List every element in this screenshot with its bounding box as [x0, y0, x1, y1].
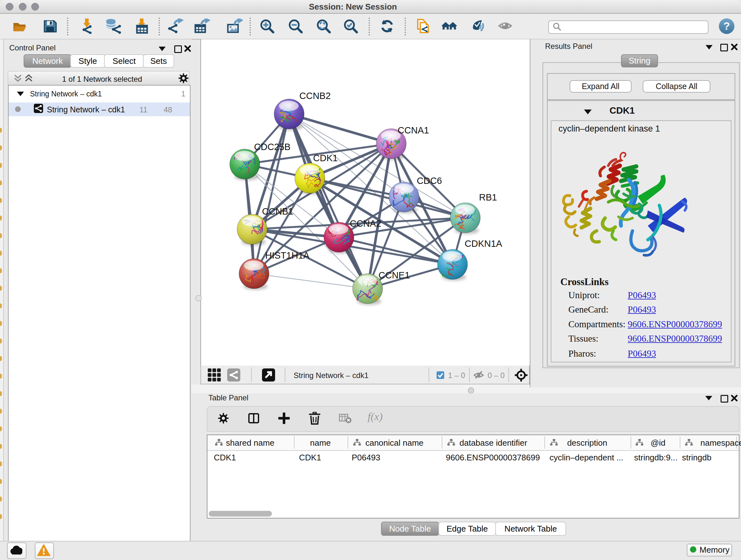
svg-text:CDKN1A: CDKN1A: [465, 239, 502, 249]
svg-text:RB1: RB1: [479, 192, 497, 202]
svg-text:CCNE1: CCNE1: [379, 270, 410, 280]
svg-text:CDC25B: CDC25B: [254, 142, 290, 152]
svg-text:CCNA1: CCNA1: [398, 125, 429, 135]
svg-text:?: ?: [724, 20, 730, 32]
svg-text:CCNB1: CCNB1: [262, 206, 293, 216]
svg-text:HIST1H1A: HIST1H1A: [265, 250, 310, 260]
svg-text:CDK1: CDK1: [313, 153, 338, 163]
svg-text:CCNA2: CCNA2: [350, 219, 381, 229]
svg-text:CDC6: CDC6: [417, 176, 442, 186]
svg-text:CCNB2: CCNB2: [299, 91, 331, 101]
